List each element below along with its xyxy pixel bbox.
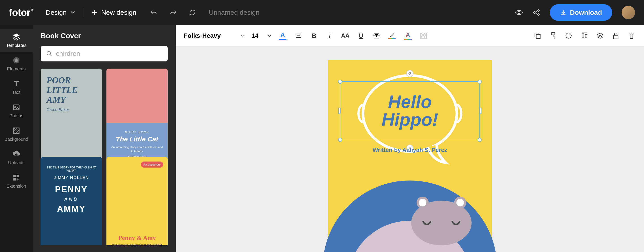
chevron-down-icon: [71, 11, 75, 14]
side-panel: Book Cover POOR LITTLE AMY Grace Baker G…: [33, 25, 176, 252]
highlight-button[interactable]: [388, 31, 397, 40]
font-select[interactable]: Folks-Heavy: [184, 32, 245, 39]
bold-button[interactable]: B: [310, 31, 318, 40]
rotate-button[interactable]: [564, 31, 573, 40]
layers-button[interactable]: [596, 31, 605, 40]
svg-point-0: [516, 10, 522, 15]
template-card[interactable]: BED TIME STORY FOR THE YOUNG AT HEART JI…: [41, 157, 102, 245]
share-button[interactable]: [532, 8, 540, 16]
opacity-button[interactable]: [419, 31, 428, 40]
align-button[interactable]: [294, 31, 303, 40]
author-text[interactable]: Written by Aaliyah S. Perez: [328, 147, 492, 154]
duplicate-button[interactable]: [533, 31, 542, 40]
design-dropdown[interactable]: Design: [46, 9, 75, 16]
search-icon: [46, 50, 52, 57]
hippo-head: [411, 201, 472, 245]
svg-rect-23: [536, 34, 540, 38]
text-toolbar: Folks-Heavy 14 A B I AA U T A: [176, 25, 644, 46]
svg-rect-11: [14, 178, 16, 181]
redo-button[interactable]: [169, 8, 177, 16]
sync-button[interactable]: [188, 8, 196, 16]
strikethrough-button[interactable]: T: [372, 31, 381, 40]
divider: [83, 8, 84, 17]
underline-button[interactable]: U: [356, 31, 366, 40]
canvas-viewport[interactable]: ⟳ Hello Hippo! ✥ Written by Aaliyah: [176, 46, 644, 252]
book-cover-canvas[interactable]: ⟳ Hello Hippo! ✥ Written by Aaliyah: [328, 60, 492, 252]
download-icon: [560, 9, 566, 16]
rotate-handle[interactable]: ⟳: [406, 70, 414, 77]
nav-text[interactable]: Text: [0, 75, 33, 99]
logo[interactable]: fotor®: [9, 7, 33, 18]
svg-rect-10: [16, 175, 19, 177]
panel-title: Book Cover: [41, 32, 168, 40]
svg-rect-16: [420, 33, 422, 34]
svg-point-4: [538, 14, 539, 15]
user-avatar[interactable]: [622, 6, 635, 19]
canvas-area: Folks-Heavy 14 A B I AA U T A: [176, 25, 644, 252]
nav-templates[interactable]: Templates: [0, 28, 33, 52]
undo-button[interactable]: [150, 8, 158, 16]
align-objects-button[interactable]: [580, 31, 589, 40]
svg-point-3: [538, 9, 539, 11]
svg-rect-26: [585, 35, 587, 38]
resize-handle[interactable]: [338, 108, 340, 114]
templates-icon: [12, 33, 20, 41]
svg-point-12: [47, 51, 50, 55]
resize-handle[interactable]: [478, 138, 482, 142]
case-button[interactable]: AA: [341, 31, 350, 40]
nav-background[interactable]: Background: [0, 122, 33, 146]
topbar: fotor® Design New design Unnamed design …: [0, 0, 644, 25]
svg-rect-19: [425, 34, 426, 36]
background-icon: [12, 126, 20, 135]
nav-extension[interactable]: Extension: [0, 169, 33, 193]
uploads-icon: [12, 150, 20, 158]
resize-handle[interactable]: [338, 138, 342, 142]
resize-handle[interactable]: [478, 80, 482, 84]
template-card[interactable]: POOR LITTLE AMY Grace Baker: [41, 69, 102, 167]
plus-icon: [92, 9, 97, 15]
svg-rect-27: [614, 35, 618, 39]
chevron-down-icon: [241, 35, 245, 37]
nav-photos[interactable]: Photos: [0, 99, 33, 122]
left-nav: Templates Elements Text Photos Backgroun…: [0, 25, 33, 252]
resize-handle[interactable]: [479, 108, 482, 114]
template-card[interactable]: GUIDE BOOK The Little Cat An interesting…: [106, 69, 168, 167]
svg-rect-9: [14, 175, 16, 177]
extension-icon: [12, 173, 20, 182]
new-design-button[interactable]: New design: [92, 9, 136, 16]
title-text[interactable]: Hello Hippo!: [382, 93, 438, 129]
lock-button[interactable]: [611, 31, 620, 40]
photos-icon: [12, 103, 20, 111]
template-card[interactable]: for beginners Penny & Amy Bed time story…: [106, 157, 168, 245]
selected-text-box[interactable]: ⟳ Hello Hippo! ✥: [340, 81, 480, 140]
format-painter-button[interactable]: [549, 31, 558, 40]
templates-grid: POOR LITTLE AMY Grace Baker GUIDE BOOK T…: [41, 69, 168, 245]
svg-rect-21: [424, 36, 425, 37]
search-box[interactable]: [41, 46, 168, 61]
search-input[interactable]: [56, 50, 162, 57]
italic-button[interactable]: I: [325, 31, 334, 40]
svg-rect-20: [420, 36, 422, 37]
svg-rect-18: [422, 34, 424, 36]
text-color-button[interactable]: A: [278, 31, 287, 40]
chevron-down-icon: [268, 35, 272, 37]
nav-uploads[interactable]: Uploads: [0, 146, 33, 169]
svg-rect-25: [582, 34, 584, 38]
nav-elements[interactable]: Elements: [0, 52, 33, 75]
resize-handle[interactable]: [338, 80, 342, 84]
download-button[interactable]: Download: [550, 4, 612, 21]
svg-point-7: [14, 106, 16, 107]
text-gradient-button[interactable]: A: [404, 31, 412, 40]
delete-button[interactable]: [627, 31, 636, 40]
preview-button[interactable]: [515, 8, 523, 16]
elements-icon: [12, 56, 20, 65]
font-size-select[interactable]: 14: [252, 32, 272, 39]
text-icon: [12, 79, 20, 88]
svg-rect-24: [552, 33, 555, 35]
svg-rect-17: [424, 33, 425, 34]
svg-point-1: [518, 11, 520, 13]
document-title[interactable]: Unnamed design: [209, 9, 260, 16]
